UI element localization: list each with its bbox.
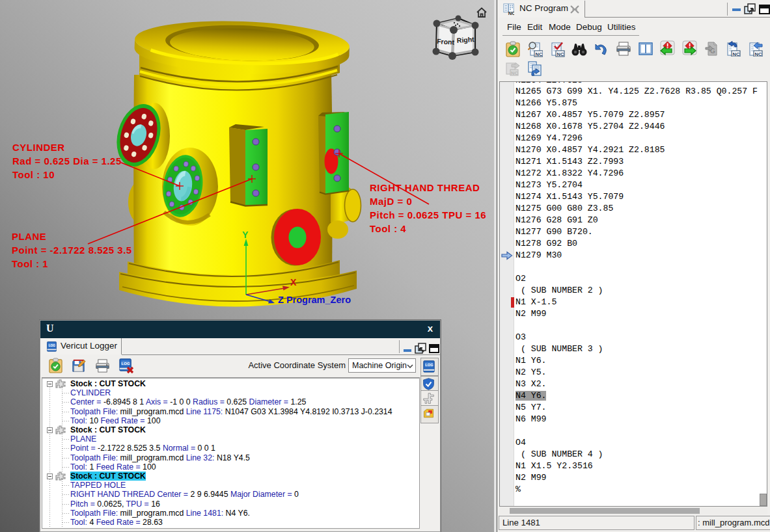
svg-text:Front: Front <box>437 37 455 46</box>
svg-text:Right: Right <box>456 35 474 44</box>
svg-text:NC: NC <box>508 10 514 15</box>
svg-text:Z Program_Zero: Z Program_Zero <box>278 295 351 305</box>
svg-text:NC: NC <box>511 70 518 76</box>
svg-text:Y: Y <box>242 230 249 240</box>
svg-text:X: X <box>290 277 297 287</box>
